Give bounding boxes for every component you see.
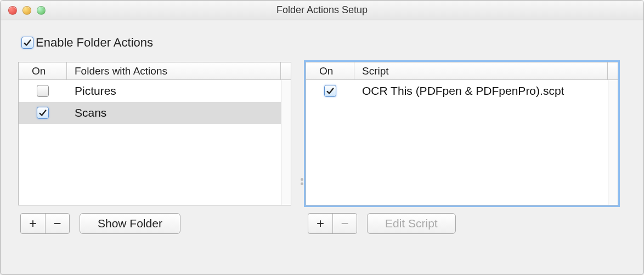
folder-row[interactable]: Scans (19, 102, 291, 124)
scripts-header-on[interactable]: On (306, 62, 354, 79)
titlebar: Folder Actions Setup (1, 1, 643, 20)
scripts-list[interactable]: On Script OCR This (PDFpen & PDFpenPro).… (306, 62, 618, 205)
checkmark-icon (38, 108, 48, 118)
enable-folder-actions-checkbox[interactable] (21, 37, 33, 49)
folder-row[interactable]: Pictures (19, 80, 291, 102)
edit-script-button: Edit Script (367, 213, 456, 234)
scripts-remove-button: − (332, 214, 357, 233)
folders-panel: On Folders with Actions PicturesScans + … (18, 62, 291, 234)
enable-folder-actions-label: Enable Folder Actions (36, 36, 153, 50)
enable-folder-actions-row: Enable Folder Actions (21, 36, 626, 50)
folder-row-checkbox[interactable] (37, 85, 49, 97)
zoom-icon[interactable] (37, 6, 46, 15)
window-controls (8, 6, 46, 15)
folders-add-button[interactable]: + (21, 214, 45, 233)
checkmark-icon (22, 38, 32, 48)
window-title: Folder Actions Setup (1, 4, 643, 16)
folders-rows: PicturesScans (19, 80, 291, 205)
script-row[interactable]: OCR This (PDFpen & PDFpenPro).scpt (306, 80, 618, 102)
folders-add-remove: + − (20, 213, 70, 234)
scripts-panel: On Script OCR This (PDFpen & PDFpenPro).… (306, 62, 618, 234)
script-row-checkbox[interactable] (324, 85, 336, 97)
panels: On Folders with Actions PicturesScans + … (18, 62, 626, 234)
folders-button-row: + − Show Folder (18, 213, 291, 234)
scripts-add-button[interactable]: + (308, 214, 332, 233)
folders-list[interactable]: On Folders with Actions PicturesScans (18, 62, 291, 205)
scripts-scrollbar[interactable] (608, 80, 618, 205)
window: Folder Actions Setup Enable Folder Actio… (0, 0, 644, 275)
folder-row-checkbox[interactable] (37, 107, 49, 119)
close-icon[interactable] (8, 6, 17, 15)
folders-header-name[interactable]: Folders with Actions (67, 62, 281, 79)
folder-row-name: Pictures (67, 84, 116, 98)
folder-row-name: Scans (67, 106, 106, 119)
pane-divider-handle-icon[interactable] (300, 176, 304, 187)
scripts-add-remove: + − (308, 213, 357, 234)
script-row-name: OCR This (PDFpen & PDFpenPro).scpt (354, 84, 564, 98)
content: Enable Folder Actions On Folders with Ac… (1, 20, 643, 246)
folders-list-header: On Folders with Actions (19, 62, 291, 80)
scripts-header-name[interactable]: Script (354, 62, 608, 79)
scripts-rows: OCR This (PDFpen & PDFpenPro).scpt (306, 80, 618, 205)
folders-scrollbar[interactable] (281, 80, 291, 205)
show-folder-button[interactable]: Show Folder (80, 213, 180, 234)
scripts-button-row: + − Edit Script (306, 213, 618, 234)
folders-remove-button[interactable]: − (45, 214, 69, 233)
minimize-icon[interactable] (22, 6, 31, 15)
checkmark-icon (325, 86, 335, 96)
folders-header-on[interactable]: On (19, 62, 67, 79)
scripts-list-header: On Script (306, 62, 618, 80)
